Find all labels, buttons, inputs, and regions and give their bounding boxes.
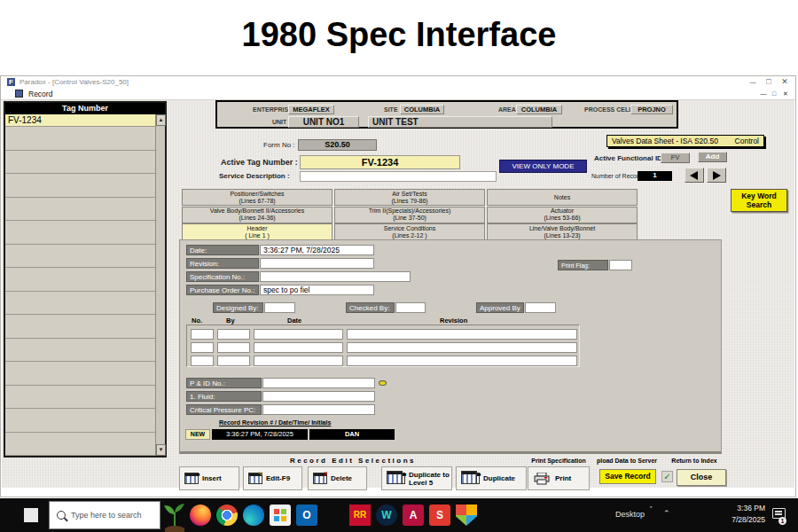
fluid-field[interactable] — [262, 391, 375, 402]
edge-icon[interactable] — [243, 505, 264, 526]
outlook-icon[interactable]: O — [296, 505, 317, 526]
approved-by-field[interactable] — [525, 302, 556, 313]
tab-air-set-tests[interactable]: Air Set/Tests(Lines 79-86) — [334, 189, 485, 206]
tab-valve-body-bonnet[interactable]: Valve Body/Bonnett II/Accessories(Lines … — [182, 207, 332, 223]
maximize-icon[interactable] — [762, 76, 776, 88]
purchase-order-field[interactable]: spec to po fiel — [260, 285, 374, 295]
tab-service-conditions[interactable]: Service Conditions(Lines 2-12 ) — [334, 223, 485, 240]
tab-line-valve-body-bonnet[interactable]: Line/Valve Body/Bonnet(Lines 13-23) — [487, 223, 638, 240]
close-form-button[interactable]: Close — [677, 469, 726, 486]
pid-no-field[interactable] — [262, 378, 375, 388]
duplicate-to-level5-button[interactable]: Duplicate to Level 5 — [381, 466, 452, 490]
minimize-icon[interactable] — [746, 76, 760, 88]
scroll-down-icon[interactable] — [156, 444, 166, 456]
tab-header[interactable]: Header( Line 1 ) — [182, 223, 332, 240]
revision-field[interactable] — [260, 258, 374, 269]
tag-list-item-empty[interactable] — [5, 174, 155, 198]
screen: 1980 Spec Interface Paradox - [Control V… — [0, 0, 798, 532]
tag-list-item-empty[interactable] — [5, 409, 155, 433]
critical-pressure-field[interactable] — [262, 404, 375, 415]
taskbar: Type here to search O RR W A S Desktop ”… — [0, 498, 798, 532]
firefox-icon[interactable] — [190, 505, 211, 526]
tag-list-item-empty[interactable] — [5, 315, 155, 339]
tag-list-item-selected[interactable]: FV-1234 — [5, 114, 155, 127]
active-tag-field[interactable]: FV-1234 — [300, 155, 460, 169]
revision-table-cell[interactable] — [191, 329, 214, 340]
clock[interactable]: 3:36 PM 7/28/2025 — [705, 503, 765, 526]
insert-button[interactable]: Insert — [179, 466, 239, 490]
prev-record-button[interactable] — [685, 168, 704, 183]
checked-by-field[interactable] — [395, 302, 426, 313]
designed-by-field[interactable] — [264, 302, 295, 313]
tag-list-scrollbar[interactable] — [155, 114, 165, 456]
revision-table-cell[interactable] — [347, 356, 577, 366]
print-button[interactable]: Print — [528, 466, 590, 490]
tag-list-item-empty[interactable] — [5, 433, 155, 457]
revision-table-row — [187, 356, 579, 366]
save-record-button[interactable]: Save Record — [599, 469, 656, 484]
revision-table-cell[interactable] — [191, 342, 214, 353]
tag-list-item-empty[interactable] — [5, 268, 155, 292]
window-title: Paradox - [Control Valves-S20_50] — [20, 78, 129, 86]
show-hidden-icons-chevron[interactable]: ⌃ — [663, 509, 670, 518]
service-desc-field[interactable] — [300, 171, 497, 182]
revision-table-cell[interactable] — [217, 356, 250, 366]
functional-id-button[interactable]: FV — [661, 153, 690, 163]
tag-list-item-empty[interactable] — [5, 386, 155, 410]
tag-list-item-empty[interactable] — [5, 127, 155, 151]
unit-value[interactable]: UNIT NO1 — [288, 116, 359, 128]
child-restore-icon[interactable] — [769, 89, 779, 98]
tag-list-item-empty[interactable] — [5, 362, 155, 386]
rr-app-icon[interactable]: RR — [349, 505, 371, 526]
acrobat-icon[interactable]: A — [403, 505, 424, 526]
delete-button[interactable]: Delete — [308, 466, 367, 490]
process-cell-value[interactable]: PROJNO — [630, 105, 673, 114]
tag-list-item-empty[interactable] — [5, 151, 155, 175]
microsoft-store-icon[interactable] — [270, 505, 291, 526]
num-record-field: 1 — [638, 171, 672, 181]
chrome-icon[interactable] — [216, 505, 238, 526]
tag-list-item-empty[interactable] — [5, 245, 155, 269]
enterprise-value[interactable]: MEGAFLEX — [288, 105, 334, 114]
desktop-expand-icon[interactable]: ” — [650, 505, 652, 512]
windows-security-icon[interactable] — [456, 505, 477, 526]
tab-actuator[interactable]: Actuator(Lines 53-66) — [487, 207, 638, 223]
revision-table-cell[interactable] — [217, 329, 250, 340]
add-button[interactable]: Add — [698, 152, 727, 162]
revision-table-cell[interactable] — [254, 356, 343, 366]
child-close-icon[interactable] — [780, 89, 791, 98]
revision-table-cell[interactable] — [347, 342, 577, 353]
spec-no-field[interactable] — [260, 271, 411, 282]
tag-list-item-empty[interactable] — [5, 198, 155, 222]
tab-trim[interactable]: Trim II(Specials)/Accessories)(Line 37-5… — [334, 207, 485, 223]
tag-list-item-empty[interactable] — [5, 221, 155, 245]
revision-table-cell[interactable] — [191, 356, 214, 366]
revision-table-cell[interactable] — [347, 329, 577, 340]
tab-notes[interactable]: Notes — [487, 189, 638, 206]
revision-table-cell[interactable] — [254, 342, 343, 353]
s-app-icon[interactable]: S — [429, 505, 450, 526]
child-minimize-icon[interactable] — [758, 89, 769, 98]
webex-icon[interactable]: W — [376, 505, 397, 526]
desktop-tray-label[interactable]: Desktop — [615, 510, 645, 519]
menu-record[interactable]: Record — [28, 90, 52, 98]
tag-list-item-empty[interactable] — [5, 292, 155, 316]
edit-button[interactable]: Edit-F9 — [243, 466, 302, 490]
revision-table-cell[interactable] — [254, 329, 343, 340]
tab-positioner-switches[interactable]: Positioner/Switches(Lines 67-78) — [182, 189, 332, 206]
site-value[interactable]: COLUMBIA — [400, 105, 444, 114]
key-word-search-button[interactable]: Key WordSearch — [731, 189, 787, 212]
close-icon[interactable] — [778, 76, 792, 88]
print-flag-field[interactable] — [609, 260, 632, 270]
scroll-up-icon[interactable] — [156, 114, 166, 126]
revision-table-cell[interactable] — [217, 342, 250, 353]
date-field[interactable]: 3:36:27 PM, 7/28/2025 — [260, 245, 374, 255]
start-button[interactable] — [16, 498, 46, 532]
next-record-button[interactable] — [707, 168, 726, 183]
duplicate-button[interactable]: Duplicate — [456, 466, 527, 490]
area-value[interactable]: COLUMBIA — [516, 105, 562, 114]
window-titlebar: Paradox - [Control Valves-S20_50] — [1, 76, 795, 88]
taskbar-search-input[interactable]: Type here to search — [49, 501, 160, 529]
unit-desc-value[interactable]: UNIT TEST — [368, 116, 552, 128]
tag-list-item-empty[interactable] — [5, 339, 155, 363]
